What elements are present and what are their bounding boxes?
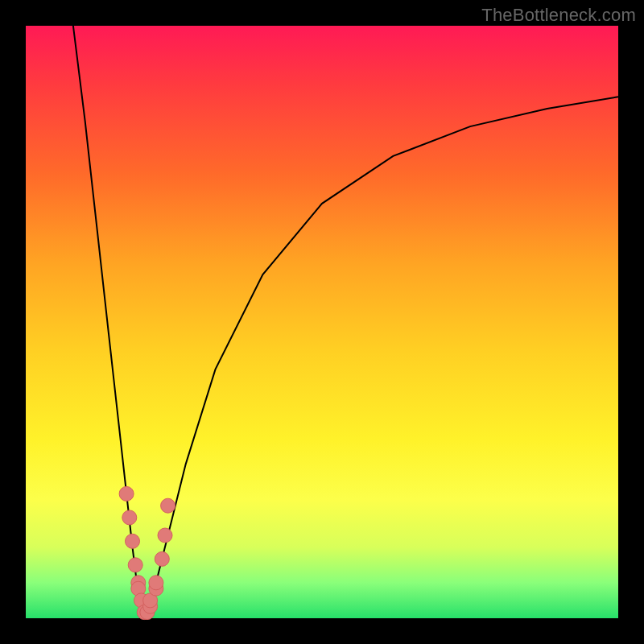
sample-dot [128,558,142,572]
bottleneck-curve-right [144,97,618,618]
bottleneck-curve-left [73,26,144,618]
sample-dot [126,534,140,548]
sample-dot [149,576,163,590]
chart-frame: TheBottleneck.com [0,0,644,644]
sample-dot [119,486,134,501]
sample-dot [155,551,169,566]
sample-dot [161,498,175,513]
watermark-text: TheBottleneck.com [481,5,636,26]
plot-area [26,26,618,618]
curve-svg [26,26,618,618]
sample-dot [158,528,172,543]
sample-dot [122,510,137,525]
